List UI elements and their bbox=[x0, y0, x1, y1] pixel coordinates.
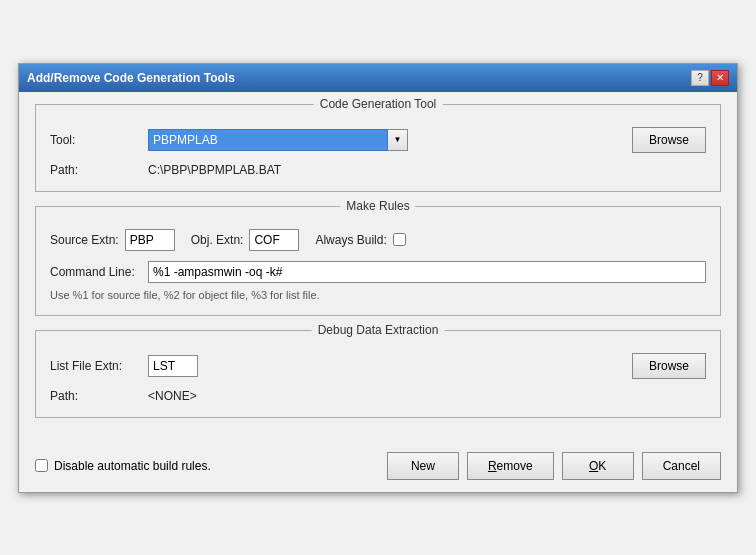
bottom-buttons: New Remove OK Cancel bbox=[387, 452, 721, 480]
list-file-extn-row: List File Extn: Browse bbox=[50, 353, 706, 379]
always-build-label: Always Build: bbox=[315, 233, 386, 247]
source-extn-item: Source Extn: bbox=[50, 229, 175, 251]
tool-select-wrapper: ▼ bbox=[148, 129, 624, 151]
debug-path-row: Path: <NONE> bbox=[50, 389, 706, 403]
debug-data-group: Debug Data Extraction List File Extn: Br… bbox=[35, 330, 721, 418]
tool-input[interactable] bbox=[148, 129, 388, 151]
tool-dropdown-button[interactable]: ▼ bbox=[388, 129, 408, 151]
code-generation-tool-group: Code Generation Tool Tool: ▼ Browse Path… bbox=[35, 104, 721, 192]
source-extn-input[interactable] bbox=[125, 229, 175, 251]
source-extn-label: Source Extn: bbox=[50, 233, 119, 247]
tool-label: Tool: bbox=[50, 133, 140, 147]
footer: Disable automatic build rules. New Remov… bbox=[19, 444, 737, 492]
code-gen-tool-title: Code Generation Tool bbox=[314, 97, 443, 111]
ok-button[interactable]: OK bbox=[562, 452, 634, 480]
command-line-label: Command Line: bbox=[50, 265, 140, 279]
make-rules-fields-row: Source Extn: Obj. Extn: Always Build: bbox=[50, 229, 706, 251]
path-value: C:\PBP\PBPMPLAB.BAT bbox=[148, 163, 281, 177]
remove-label-rest: emove bbox=[497, 459, 533, 473]
obj-extn-label: Obj. Extn: bbox=[191, 233, 244, 247]
make-rules-group: Make Rules Source Extn: Obj. Extn: Alway… bbox=[35, 206, 721, 316]
dialog: Add/Remove Code Generation Tools ? ✕ Cod… bbox=[18, 63, 738, 493]
title-bar-buttons: ? ✕ bbox=[691, 70, 729, 86]
path-row: Path: C:\PBP\PBPMPLAB.BAT bbox=[50, 163, 706, 177]
help-button[interactable]: ? bbox=[691, 70, 709, 86]
debug-path-value: <NONE> bbox=[148, 389, 197, 403]
obj-extn-input[interactable] bbox=[249, 229, 299, 251]
disable-build-checkbox[interactable] bbox=[35, 459, 48, 472]
close-button[interactable]: ✕ bbox=[711, 70, 729, 86]
remove-button[interactable]: Remove bbox=[467, 452, 554, 480]
always-build-item: Always Build: bbox=[315, 233, 405, 247]
new-button[interactable]: New bbox=[387, 452, 459, 480]
dialog-title: Add/Remove Code Generation Tools bbox=[27, 71, 235, 85]
always-build-checkbox[interactable] bbox=[393, 233, 406, 246]
tool-row: Tool: ▼ Browse bbox=[50, 127, 706, 153]
dialog-body: Code Generation Tool Tool: ▼ Browse Path… bbox=[19, 92, 737, 444]
command-line-hint: Use %1 for source file, %2 for object fi… bbox=[50, 289, 706, 301]
path-label: Path: bbox=[50, 163, 140, 177]
cancel-button[interactable]: Cancel bbox=[642, 452, 721, 480]
command-line-row: Command Line: bbox=[50, 261, 706, 283]
obj-extn-item: Obj. Extn: bbox=[191, 229, 300, 251]
command-line-input[interactable] bbox=[148, 261, 706, 283]
disable-build-label: Disable automatic build rules. bbox=[54, 459, 211, 473]
disable-build-wrapper: Disable automatic build rules. bbox=[35, 459, 211, 473]
list-file-extn-input[interactable] bbox=[148, 355, 198, 377]
debug-path-label: Path: bbox=[50, 389, 140, 403]
code-gen-browse-button[interactable]: Browse bbox=[632, 127, 706, 153]
list-file-extn-label: List File Extn: bbox=[50, 359, 140, 373]
debug-browse-button[interactable]: Browse bbox=[632, 353, 706, 379]
title-bar: Add/Remove Code Generation Tools ? ✕ bbox=[19, 64, 737, 92]
debug-data-title: Debug Data Extraction bbox=[312, 323, 445, 337]
ok-label-rest: K bbox=[598, 459, 606, 473]
make-rules-title: Make Rules bbox=[340, 199, 415, 213]
